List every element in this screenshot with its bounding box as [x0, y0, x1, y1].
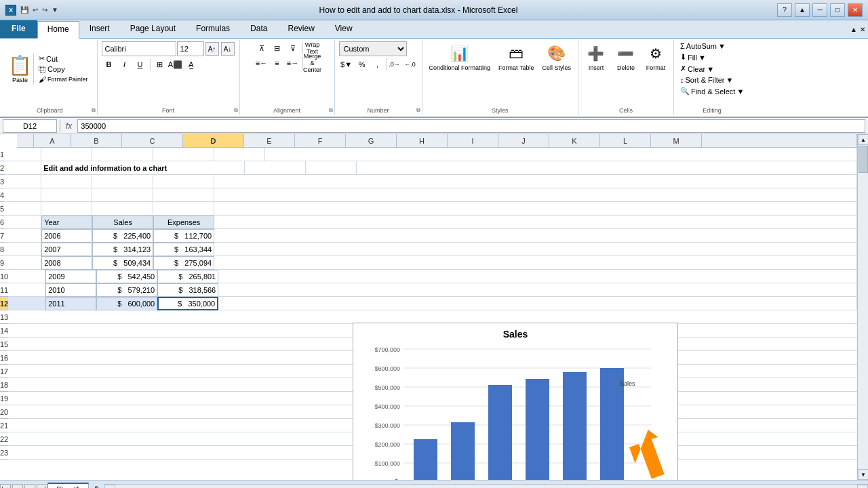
- cell-C1[interactable]: [92, 148, 153, 161]
- paste-button[interactable]: 📋 Paste: [7, 54, 34, 84]
- cell-B5[interactable]: [41, 202, 92, 216]
- align-middle-btn[interactable]: ⊟: [270, 41, 285, 55]
- format-cells-btn[interactable]: ⚙ Format: [642, 41, 669, 73]
- border-button[interactable]: ⊞: [153, 58, 167, 71]
- maximize-btn[interactable]: □: [830, 3, 845, 17]
- cell-B6[interactable]: Year: [41, 216, 92, 229]
- number-expand-icon[interactable]: ⧉: [416, 107, 420, 114]
- last-sheet-btn[interactable]: ►|: [37, 484, 47, 488]
- sort-filter-btn[interactable]: ↕ Sort & Filter ▼: [678, 75, 735, 85]
- save-quick-btn[interactable]: 💾: [19, 5, 30, 15]
- cell-B3[interactable]: [41, 175, 92, 188]
- fill-btn[interactable]: ⬇ Fill ▼: [678, 52, 708, 62]
- cell-B8[interactable]: 2007: [41, 243, 92, 256]
- col-header-K[interactable]: K: [549, 134, 600, 147]
- cell-E2[interactable]: [306, 161, 357, 175]
- cell-B4[interactable]: [41, 188, 92, 202]
- cell-D7[interactable]: $ 112,700: [153, 229, 214, 243]
- scroll-right-btn[interactable]: ►: [857, 485, 868, 488]
- cut-button[interactable]: ✂ Cut: [37, 54, 90, 64]
- clear-dropdown[interactable]: ▼: [707, 65, 714, 73]
- comma-btn[interactable]: ,: [370, 58, 385, 71]
- alignment-expand-icon[interactable]: ⧉: [329, 107, 333, 114]
- redo-quick-btn[interactable]: ↪: [41, 5, 49, 15]
- chart-container[interactable]: Sales $700,000 $600,000 $500,000 $400,00…: [353, 323, 678, 480]
- minimize-btn[interactable]: ─: [812, 3, 827, 17]
- tab-file[interactable]: File: [0, 20, 37, 38]
- cell-A6[interactable]: [4, 216, 41, 229]
- merge-center-btn[interactable]: Merge & Center: [305, 56, 320, 70]
- col-header-B[interactable]: B: [71, 134, 122, 147]
- insert-sheet-btn[interactable]: ✎: [90, 483, 104, 489]
- cell-D5[interactable]: [153, 202, 214, 216]
- autosum-btn[interactable]: Σ AutoSum ▼: [678, 41, 728, 51]
- cell-13[interactable]: [8, 310, 857, 324]
- cell-A8[interactable]: [4, 243, 41, 256]
- col-header-H[interactable]: H: [397, 134, 448, 147]
- cell-B2[interactable]: Edit and add information to a chart: [41, 161, 245, 175]
- cell-C3[interactable]: [92, 175, 153, 188]
- fill-dropdown[interactable]: ▼: [698, 54, 706, 62]
- cell-D1[interactable]: [153, 148, 214, 161]
- tab-page-layout[interactable]: Page Layout: [120, 20, 186, 38]
- scroll-thumb[interactable]: [859, 146, 868, 173]
- col-header-F[interactable]: F: [295, 134, 346, 147]
- help-btn[interactable]: ?: [777, 3, 792, 17]
- insert-cells-btn[interactable]: ➕ Insert: [583, 41, 610, 73]
- tab-data[interactable]: Data: [240, 20, 277, 38]
- formula-input[interactable]: [77, 119, 865, 133]
- cell-A4[interactable]: [4, 188, 41, 202]
- cell-D10[interactable]: $ 265,801: [157, 270, 218, 283]
- find-select-btn[interactable]: 🔍 Find & Select ▼: [678, 86, 746, 96]
- clear-btn[interactable]: ✗ Clear ▼: [678, 64, 716, 74]
- signin-btn[interactable]: ▲: [850, 26, 857, 33]
- row-header-10[interactable]: 10: [0, 270, 8, 283]
- cell-D4[interactable]: [153, 188, 214, 202]
- row-header-11[interactable]: 11: [0, 283, 8, 297]
- font-color-button[interactable]: A̲: [184, 58, 199, 71]
- cell-A2[interactable]: [4, 161, 41, 175]
- close-btn[interactable]: ✕: [848, 3, 863, 17]
- col-header-M[interactable]: M: [651, 134, 702, 147]
- cell-A11[interactable]: [8, 283, 45, 297]
- hscroll-track[interactable]: [115, 485, 857, 488]
- cell-B1[interactable]: [41, 148, 92, 161]
- clipboard-expand-icon[interactable]: ⧉: [92, 107, 96, 114]
- cell-D3[interactable]: [153, 175, 214, 188]
- col-header-G[interactable]: G: [346, 134, 397, 147]
- percent-btn[interactable]: %: [355, 58, 370, 71]
- align-center-btn[interactable]: ≡: [270, 56, 285, 70]
- cell-C11[interactable]: $ 579,210: [96, 283, 157, 297]
- col-header-C[interactable]: C: [122, 134, 183, 147]
- cell-D9[interactable]: $ 275,094: [153, 256, 214, 270]
- cell-D8[interactable]: $ 163,344: [153, 243, 214, 256]
- align-right-btn[interactable]: ≡→: [285, 56, 300, 70]
- ribbon-minimize-btn[interactable]: ▲: [795, 3, 810, 17]
- find-dropdown[interactable]: ▼: [736, 87, 744, 96]
- cell-C4[interactable]: [92, 188, 153, 202]
- font-size-input[interactable]: [177, 41, 204, 56]
- align-bottom-btn[interactable]: ⊽: [285, 41, 300, 55]
- scroll-down-btn[interactable]: ▼: [858, 469, 868, 480]
- cell-C7[interactable]: $ 225,400: [92, 229, 153, 243]
- align-left-btn[interactable]: ≡←: [254, 56, 269, 70]
- decrease-decimal-btn[interactable]: ←.0: [403, 58, 418, 71]
- cell-A5[interactable]: [4, 202, 41, 216]
- increase-decimal-btn[interactable]: .0→: [387, 58, 402, 71]
- underline-button[interactable]: U: [133, 58, 148, 71]
- cell-B11[interactable]: 2010: [45, 283, 96, 297]
- prev-sheet-btn[interactable]: ◄: [12, 484, 23, 488]
- cell-A1[interactable]: [4, 148, 41, 161]
- quick-access-more[interactable]: ▼: [50, 5, 60, 15]
- cell-C10[interactable]: $ 542,450: [96, 270, 157, 283]
- bold-button[interactable]: B: [102, 58, 117, 71]
- cell-C9[interactable]: $ 509,434: [92, 256, 153, 270]
- cell-reference-box[interactable]: [3, 119, 57, 133]
- cell-E1[interactable]: [214, 148, 265, 161]
- fill-color-button[interactable]: A⬛: [168, 58, 183, 71]
- next-sheet-btn[interactable]: ►: [24, 484, 35, 488]
- col-header-J[interactable]: J: [498, 134, 549, 147]
- row-header-12[interactable]: 12: [0, 297, 8, 310]
- scroll-up-btn[interactable]: ▲: [858, 134, 868, 145]
- format-painter-button[interactable]: 🖌 Format Painter: [37, 75, 90, 84]
